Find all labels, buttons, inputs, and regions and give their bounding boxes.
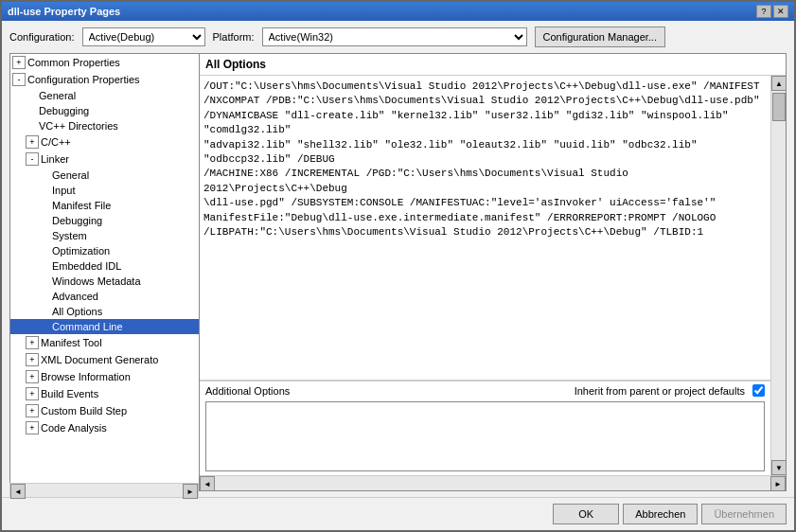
tree-scroll-left[interactable]: ◄: [10, 484, 26, 499]
tree-item-linker-manifest-file[interactable]: Manifest File: [10, 198, 199, 213]
content-area: Configuration: Active(Debug) Platform: A…: [2, 21, 794, 497]
tree-label-linker-advanced: Advanced: [52, 291, 98, 302]
scroll-thumb[interactable]: [772, 93, 786, 121]
expander-config-properties[interactable]: -: [12, 73, 26, 86]
tree-item-linker-windows-metadata[interactable]: Windows Metadata: [10, 274, 199, 289]
tree-item-linker-optimization[interactable]: Optimization: [10, 243, 199, 258]
title-bar: dll-use Property Pages ? ✕: [2, 2, 794, 21]
tree-label-browse-information: Browse Information: [41, 371, 131, 382]
tree-label-vc-directories: VC++ Directories: [39, 120, 118, 132]
config-manager-button[interactable]: Configuration Manager...: [535, 27, 665, 47]
additional-options-input[interactable]: [205, 401, 765, 471]
configuration-select[interactable]: Active(Debug): [82, 27, 205, 46]
vertical-scrollbar: ▲ ▼: [770, 76, 786, 475]
expander-common-properties[interactable]: +: [12, 56, 26, 69]
tree-item-debugging[interactable]: Debugging: [10, 103, 199, 118]
tree-item-manifest-tool[interactable]: + Manifest Tool: [10, 334, 199, 351]
expander-build-events[interactable]: +: [26, 387, 39, 400]
scroll-track: [771, 91, 786, 460]
config-row: Configuration: Active(Debug) Platform: A…: [9, 27, 787, 47]
tree-label-linker: Linker: [41, 153, 69, 165]
expander-xml-document[interactable]: +: [26, 353, 39, 366]
tree-label-linker-system: System: [52, 230, 87, 241]
tree-label-linker-command-line: Command Line: [52, 321, 123, 332]
main-panel: + Common Properties - Configuration Prop…: [9, 53, 787, 491]
tree-item-code-analysis[interactable]: + Code Analysis: [10, 419, 199, 436]
tree-item-general[interactable]: General: [10, 88, 199, 103]
tree-item-linker-embedded-idl[interactable]: Embedded IDL: [10, 258, 199, 274]
tree-label-linker-optimization: Optimization: [52, 245, 110, 257]
hscroll-track: [215, 476, 770, 490]
expander-code-analysis[interactable]: +: [26, 421, 39, 434]
additional-options-header: Additional Options Inherit from parent o…: [200, 381, 770, 399]
tree-label-common-properties: Common Properties: [27, 57, 120, 68]
inherit-checkbox-row: Inherit from parent or project defaults: [575, 384, 765, 397]
tree-item-cpp[interactable]: + C/C++: [10, 133, 199, 151]
tree-item-vc-directories[interactable]: VC++ Directories: [10, 118, 199, 133]
tree-hscrollbar: ◄ ►: [9, 483, 199, 498]
config-label: Configuration:: [9, 31, 75, 43]
ok-button[interactable]: OK: [553, 504, 619, 524]
scroll-left-button[interactable]: ◄: [200, 476, 215, 491]
tree-label-xml-document: XML Document Generato: [41, 354, 158, 365]
title-bar-controls: ? ✕: [756, 5, 788, 18]
all-options-textarea[interactable]: [200, 76, 770, 381]
tree-label-code-analysis: Code Analysis: [41, 422, 107, 434]
tree-item-config-properties[interactable]: - Configuration Properties: [10, 71, 199, 88]
tree-item-linker-debugging[interactable]: Debugging: [10, 213, 199, 228]
tree-label-manifest-tool: Manifest Tool: [41, 337, 102, 348]
bottom-buttons: ◄ ► OK Abbrechen Übernehmen: [2, 497, 794, 530]
tree-label-linker-all-options: All Options: [52, 306, 102, 317]
horizontal-scrollbar: ◄ ►: [200, 475, 786, 490]
tree-item-linker-advanced[interactable]: Advanced: [10, 289, 199, 304]
tree-item-browse-information[interactable]: + Browse Information: [10, 368, 199, 385]
tree-label-build-events: Build Events: [41, 388, 98, 399]
tree-label-linker-debugging: Debugging: [52, 215, 102, 226]
platform-label: Platform:: [213, 31, 255, 43]
expander-custom-build-step[interactable]: +: [26, 404, 39, 417]
tree-item-linker-input[interactable]: Input: [10, 183, 199, 198]
cancel-button[interactable]: Abbrechen: [623, 504, 698, 524]
tree-item-linker-general[interactable]: General: [10, 168, 199, 183]
tree-label-debugging: Debugging: [39, 105, 89, 116]
expander-cpp[interactable]: +: [26, 135, 39, 149]
expander-browse-information[interactable]: +: [26, 370, 39, 383]
tree-item-linker-system[interactable]: System: [10, 228, 199, 243]
tree-label-custom-build-step: Custom Build Step: [41, 405, 127, 417]
expander-linker[interactable]: -: [26, 152, 39, 166]
tree-label-general: General: [39, 90, 76, 101]
inherit-checkbox[interactable]: [752, 384, 765, 397]
tree-item-build-events[interactable]: + Build Events: [10, 385, 199, 402]
scroll-up-button[interactable]: ▲: [771, 76, 786, 91]
tree-label-linker-general: General: [52, 169, 89, 181]
tree-label-linker-manifest-file: Manifest File: [52, 200, 111, 211]
tree-label-config-properties: Configuration Properties: [27, 74, 140, 85]
tree-item-custom-build-step[interactable]: + Custom Build Step: [10, 402, 199, 419]
scroll-down-button[interactable]: ▼: [771, 460, 786, 475]
tree-label-cpp: C/C++: [41, 136, 71, 148]
tree-item-common-properties[interactable]: + Common Properties: [10, 54, 199, 71]
tree-item-linker-all-options[interactable]: All Options: [10, 304, 199, 319]
tree-label-linker-embedded-idl: Embedded IDL: [52, 260, 121, 272]
window-title: dll-use Property Pages: [8, 6, 120, 17]
platform-select[interactable]: Active(Win32): [262, 27, 527, 46]
tree-item-linker-command-line[interactable]: Command Line: [10, 319, 199, 334]
right-panel-header: All Options: [200, 54, 786, 76]
tree-item-xml-document[interactable]: + XML Document Generato: [10, 351, 199, 368]
tree-scroll-right[interactable]: ►: [183, 484, 198, 499]
tree-hscroll-track: [26, 484, 183, 497]
tree-label-linker-windows-metadata: Windows Metadata: [52, 275, 141, 287]
main-window: dll-use Property Pages ? ✕ Configuration…: [0, 0, 796, 532]
additional-options-label: Additional Options: [205, 385, 290, 397]
expander-manifest-tool[interactable]: +: [26, 336, 39, 349]
additional-options-section: Additional Options Inherit from parent o…: [200, 381, 770, 475]
close-button[interactable]: ✕: [773, 5, 788, 18]
scroll-right-button[interactable]: ►: [770, 476, 786, 491]
help-button[interactable]: ?: [756, 5, 771, 18]
tree-panel: + Common Properties - Configuration Prop…: [10, 54, 200, 490]
right-panel: All Options Additional Options: [200, 54, 786, 490]
apply-button[interactable]: Übernehmen: [701, 504, 787, 524]
tree-label-linker-input: Input: [52, 185, 75, 196]
tree-item-linker[interactable]: - Linker: [10, 151, 199, 168]
inherit-label: Inherit from parent or project defaults: [575, 385, 745, 397]
